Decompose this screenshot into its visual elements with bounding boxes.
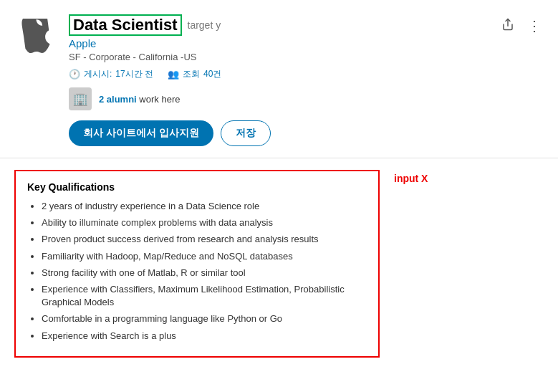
- posted-time: 🕐 게시시: 17시간 전: [69, 68, 153, 80]
- qualifications-title: Key Qualifications: [27, 181, 367, 193]
- input-x-annotation: input X: [387, 170, 428, 358]
- more-icon: ⋮: [527, 18, 541, 34]
- views-label: 조회: [183, 68, 200, 80]
- alumni-avatar: 🏢: [69, 87, 92, 110]
- alumni-count: 2 alumni: [99, 94, 137, 105]
- action-row: 회사 사이트에서 입사지원 저장: [69, 120, 544, 146]
- people-icon: 👥: [168, 69, 179, 80]
- qualification-item: Familiarity with Hadoop, Map/Reduce and …: [42, 250, 367, 263]
- target-label: target y: [188, 19, 221, 31]
- qualification-item: Strong facility with one of Matlab, R or…: [42, 267, 367, 279]
- company-name[interactable]: Apple: [69, 37, 544, 49]
- job-info: Data Scientist target y Apple SF - Corpo…: [69, 14, 544, 146]
- qualifications-list: 2 years of industry experience in a Data…: [27, 200, 367, 343]
- qualification-item: Proven product success derived from rese…: [42, 233, 367, 246]
- alumni-row: 🏢 2 alumni work here: [69, 87, 544, 110]
- posted-time-value: 17시간 전: [115, 68, 153, 80]
- job-meta: 🕐 게시시: 17시간 전 👥 조회 40건: [69, 68, 544, 80]
- header-actions: ⋮: [499, 14, 544, 37]
- posted-label: 게시시:: [84, 68, 112, 80]
- alumni-text: 2 alumni work here: [99, 94, 180, 105]
- qualification-item: Experience with Search is a plus: [42, 330, 367, 343]
- alumni-suffix: work here: [137, 94, 181, 105]
- job-location: SF - Corporate - California -US: [69, 52, 544, 62]
- qualification-item: Experience with Classifiers, Maximum Lik…: [42, 283, 367, 309]
- clock-icon: 🕐: [69, 69, 80, 80]
- job-title: Data Scientist: [69, 14, 182, 36]
- company-logo: [14, 14, 57, 57]
- views-value: 40건: [203, 68, 221, 80]
- job-header: Data Scientist target y Apple SF - Corpo…: [0, 0, 558, 158]
- save-button[interactable]: 저장: [221, 120, 271, 146]
- qualifications-box: Key Qualifications 2 years of industry e…: [14, 170, 380, 358]
- qualification-item: Ability to illuminate complex problems w…: [42, 216, 367, 229]
- apply-button[interactable]: 회사 사이트에서 입사지원: [69, 120, 213, 146]
- qualification-item: Comfortable in a programming language li…: [42, 312, 367, 325]
- qualification-item: 2 years of industry experience in a Data…: [42, 200, 367, 213]
- share-button[interactable]: [499, 15, 517, 37]
- views-count: 👥 조회 40건: [168, 68, 221, 80]
- content-section: Key Qualifications 2 years of industry e…: [0, 158, 558, 369]
- more-options-button[interactable]: ⋮: [524, 14, 544, 37]
